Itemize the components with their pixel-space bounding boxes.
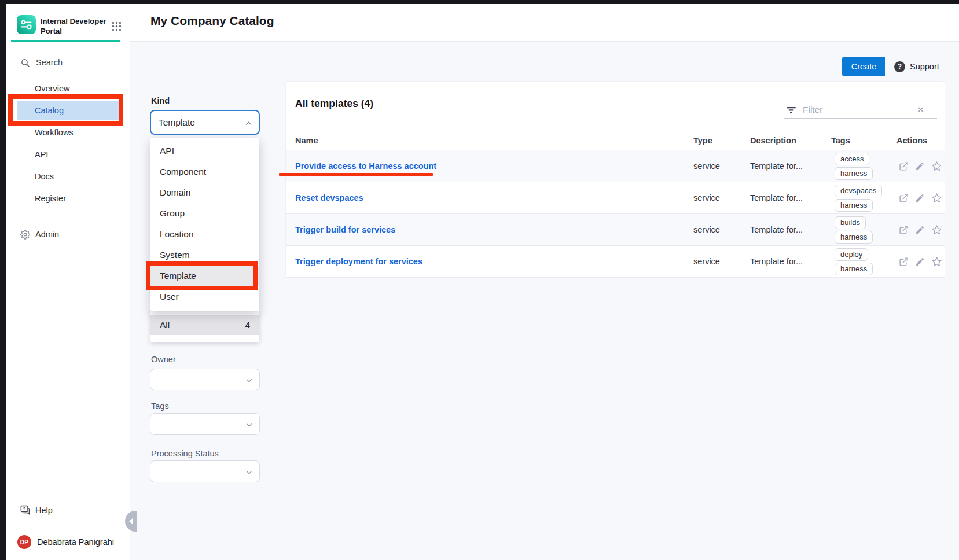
star-icon[interactable] — [931, 224, 942, 235]
table-row: Provide access to Harness accountservice… — [286, 150, 945, 182]
star-icon[interactable] — [931, 193, 942, 204]
tags-label: Tags — [151, 401, 169, 411]
template-name-link[interactable]: Trigger build for services — [295, 225, 693, 234]
processing-status-label: Processing Status — [151, 449, 219, 458]
sidebar-item-docs[interactable]: Docs — [6, 165, 130, 187]
admin-label: Admin — [35, 230, 59, 239]
kind-option-system[interactable]: System — [150, 245, 259, 266]
sidebar-item-admin[interactable]: Admin — [6, 226, 130, 243]
sidebar-item-workflows[interactable]: Workflows — [6, 121, 130, 143]
templates-title: All templates (4) — [295, 98, 373, 110]
template-description: Template for... — [750, 161, 831, 171]
svg-text:?: ? — [23, 506, 26, 511]
template-name-link[interactable]: Reset devspaces — [295, 193, 693, 202]
external-link-icon[interactable] — [899, 161, 909, 171]
logo-title-line1: Internal Developer — [41, 17, 106, 27]
kind-select-value: Template — [159, 117, 195, 128]
question-circle-icon: ? — [894, 61, 905, 72]
idp-logo-icon[interactable] — [17, 15, 36, 34]
chevron-down-icon — [245, 469, 253, 476]
search-icon — [20, 58, 30, 68]
owner-label: Owner — [151, 355, 176, 364]
table-row: Trigger deployment for servicesserviceTe… — [286, 246, 945, 278]
star-icon[interactable] — [931, 161, 942, 172]
brand-divider — [11, 40, 120, 42]
pencil-icon[interactable] — [915, 193, 925, 203]
window-edge-top — [0, 0, 959, 4]
tag-chip-harness[interactable]: harness — [835, 231, 873, 244]
kind-option-api[interactable]: API — [150, 141, 259, 161]
table-body: Provide access to Harness accountservice… — [286, 150, 945, 278]
template-tags: deployharness — [835, 248, 896, 275]
apps-grid-icon[interactable] — [112, 21, 122, 31]
kind-label: Kind — [151, 96, 170, 105]
chat-question-icon: ? — [19, 504, 31, 516]
pencil-icon[interactable] — [915, 225, 925, 235]
owner-select[interactable] — [150, 369, 260, 390]
user-profile[interactable]: DP Debabrata Panigrahi — [6, 533, 130, 551]
kind-option-component[interactable]: Component — [150, 161, 259, 182]
clear-filter-icon[interactable]: ✕ — [917, 105, 924, 115]
template-type: service — [693, 225, 750, 234]
sidebar-search[interactable]: Search — [6, 53, 130, 72]
window-edge-left — [0, 0, 6, 560]
template-tags: devspacesharness — [835, 185, 896, 212]
sidebar-item-label: API — [35, 150, 48, 159]
search-label: Search — [36, 58, 63, 67]
row-actions — [896, 224, 945, 235]
tag-chip-harness[interactable]: harness — [835, 199, 873, 212]
kind-option-group[interactable]: Group — [150, 203, 259, 224]
kind-count-card: All 4 — [150, 310, 259, 342]
column-header-description: Description — [750, 136, 831, 145]
sidebar-item-api[interactable]: API — [6, 143, 130, 165]
sidebar-item-label: Workflows — [35, 128, 74, 137]
app-window: Internal Developer Portal Search Overvie… — [0, 0, 959, 560]
template-name-link[interactable]: Trigger deployment for services — [295, 257, 693, 266]
sidebar-item-register[interactable]: Register — [6, 187, 130, 209]
page-header: My Company Catalog — [130, 0, 959, 42]
kind-option-template[interactable]: Template — [150, 266, 259, 286]
create-button[interactable]: Create — [842, 57, 885, 76]
row-actions — [896, 256, 945, 267]
table-row: Trigger build for servicesserviceTemplat… — [286, 214, 945, 246]
pencil-icon[interactable] — [915, 161, 925, 171]
template-type: service — [693, 193, 750, 202]
sidebar-item-catalog[interactable]: Catalog — [6, 100, 130, 121]
sidebar-item-overview[interactable]: Overview — [6, 78, 130, 100]
help-label: Help — [35, 506, 53, 515]
processing-status-select[interactable] — [150, 460, 260, 482]
table-row: Reset devspacesserviceTemplate for...dev… — [286, 182, 945, 214]
tag-chip-builds[interactable]: builds — [835, 216, 866, 229]
funnel-icon — [786, 105, 796, 115]
table-filter-input[interactable]: Filter ✕ — [784, 101, 937, 119]
template-description: Template for... — [750, 225, 831, 234]
chevron-down-icon — [245, 421, 253, 429]
tag-chip-harness[interactable]: harness — [835, 167, 873, 180]
tag-chip-harness[interactable]: harness — [835, 263, 873, 275]
tags-select[interactable] — [150, 413, 260, 435]
logo-title: Internal Developer Portal — [41, 17, 106, 36]
pencil-icon[interactable] — [915, 257, 925, 267]
column-header-tags: Tags — [831, 136, 896, 145]
help-button[interactable]: ? Help — [6, 502, 130, 518]
tag-chip-devspaces[interactable]: devspaces — [835, 185, 882, 197]
kind-select[interactable]: Template — [150, 110, 260, 135]
template-tags: accessharness — [835, 153, 896, 180]
sidebar-divider — [10, 495, 120, 495]
kind-option-domain[interactable]: Domain — [150, 182, 259, 203]
kind-option-user[interactable]: User — [150, 286, 259, 307]
external-link-icon[interactable] — [899, 257, 909, 267]
sidebar-item-label: Docs — [35, 172, 54, 181]
sidebar-nav: OverviewCatalogWorkflowsAPIDocsRegister — [6, 78, 130, 209]
logo-title-line2: Portal — [41, 27, 106, 36]
row-actions — [896, 161, 945, 172]
template-name-link[interactable]: Provide access to Harness account — [295, 161, 693, 171]
tag-chip-access[interactable]: access — [835, 153, 869, 165]
kind-count-row-all[interactable]: All 4 — [150, 315, 259, 335]
tag-chip-deploy[interactable]: deploy — [835, 248, 868, 261]
external-link-icon[interactable] — [899, 225, 909, 235]
kind-option-location[interactable]: Location — [150, 224, 259, 245]
support-button[interactable]: ? Support — [894, 57, 939, 76]
external-link-icon[interactable] — [899, 193, 909, 203]
star-icon[interactable] — [931, 256, 942, 267]
